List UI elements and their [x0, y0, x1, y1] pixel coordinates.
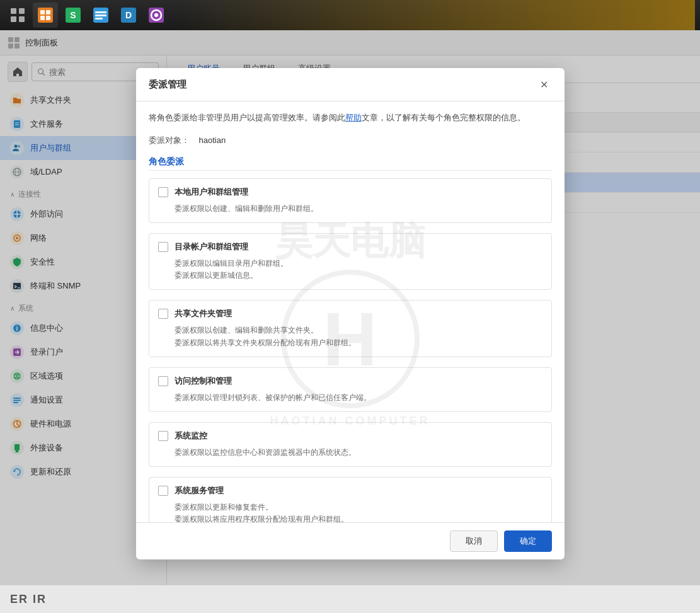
role-shared-folder: 共享文件夹管理 委派权限以创建、编辑和删除共享文件夹。 委派权限以将共享文件夹权…	[149, 300, 552, 357]
role-desc-shared-folder: 委派权限以创建、编辑和删除共享文件夹。 委派权限以将共享文件夹权限分配给现有用户…	[175, 324, 542, 348]
cancel-button[interactable]: 取消	[450, 530, 498, 552]
dialog-footer: 取消 确定	[136, 522, 565, 559]
taskbar-icon-app1[interactable]	[33, 3, 58, 28]
svg-rect-3	[19, 16, 25, 22]
svg-rect-0	[11, 8, 16, 14]
taskbar-icon-grid[interactable]	[5, 3, 30, 28]
role-desc-access-control: 委派权限以管理封锁列表、被保护的帐户和已信任客户端。	[175, 392, 542, 404]
taskbar-icon-app5[interactable]	[144, 3, 169, 28]
svg-rect-6	[46, 10, 50, 14]
svg-rect-13	[95, 14, 106, 16]
checkbox-dir-user-group[interactable]	[158, 242, 168, 252]
svg-rect-14	[95, 18, 103, 20]
role-system-monitor: 系统监控 委派权限以监控信息中心和资源监视器中的系统状态。	[149, 422, 552, 467]
checkbox-access-control[interactable]	[158, 376, 168, 386]
svg-rect-19	[154, 13, 158, 17]
taskbar: S D	[0, 0, 700, 30]
delegate-target-label: 委派对象：	[149, 135, 199, 146]
role-desc-system-service: 委派权限以更新和修复套件。 委派权限以将应用程序权限分配给现有用户和群组。	[175, 501, 542, 522]
taskbar-icon-app2[interactable]: S	[60, 3, 86, 28]
dialog-header: 委派管理 ✕	[136, 68, 565, 101]
role-name-dir-user-group: 目录帐户和群组管理	[175, 241, 248, 253]
dialog-title: 委派管理	[149, 79, 186, 91]
svg-rect-2	[11, 16, 16, 22]
roles-section-title: 角色委派	[149, 156, 552, 171]
bottom-bar: ER IR	[0, 585, 700, 613]
svg-rect-4	[38, 8, 53, 23]
delegate-target-row: 委派对象： haotian	[149, 135, 552, 146]
checkbox-local-user-group[interactable]	[158, 187, 168, 197]
svg-rect-5	[40, 10, 45, 14]
role-name-system-monitor: 系统监控	[175, 430, 207, 442]
dialog-body: 将角色委派给非管理员用户以提高管理效率。请参阅此帮助文章，以了解有关每个角色完整…	[136, 101, 565, 522]
role-name-local-user-group: 本地用户和群组管理	[175, 186, 248, 198]
role-desc-local-user-group: 委派权限以创建、编辑和删除用户和群组。	[175, 203, 542, 215]
role-access-control: 访问控制和管理 委派权限以管理封锁列表、被保护的帐户和已信任客户端。	[149, 367, 552, 412]
checkbox-system-service[interactable]	[158, 486, 168, 496]
help-link[interactable]: 帮助	[345, 113, 362, 122]
confirm-button[interactable]: 确定	[504, 530, 552, 552]
delegate-target-value: haotian	[199, 135, 226, 145]
svg-rect-7	[40, 16, 45, 20]
checkbox-system-monitor[interactable]	[158, 431, 168, 441]
role-system-service: 系统服务管理 委派权限以更新和修复套件。 委派权限以将应用程序权限分配给现有用户…	[149, 477, 552, 522]
modal-backdrop: 委派管理 ✕ 将角色委派给非管理员用户以提高管理效率。请参阅此帮助文章，以了解有…	[0, 30, 700, 613]
role-dir-user-group: 目录帐户和群组管理 委派权限以编辑目录用户和群组。 委派权限以更新城信息。	[149, 233, 552, 290]
checkbox-shared-folder[interactable]	[158, 309, 168, 319]
delegate-dialog: 委派管理 ✕ 将角色委派给非管理员用户以提高管理效率。请参阅此帮助文章，以了解有…	[136, 68, 565, 559]
bottom-bar-text: ER IR	[10, 593, 47, 606]
dialog-close-button[interactable]: ✕	[537, 77, 552, 92]
svg-text:D: D	[125, 10, 132, 20]
taskbar-icon-app4[interactable]: D	[116, 3, 141, 28]
role-desc-system-monitor: 委派权限以监控信息中心和资源监视器中的系统状态。	[175, 447, 542, 459]
role-name-access-control: 访问控制和管理	[175, 375, 232, 387]
dialog-description: 将角色委派给非管理员用户以提高管理效率。请参阅此帮助文章，以了解有关每个角色完整…	[149, 112, 552, 125]
svg-rect-8	[46, 16, 50, 20]
role-name-system-service: 系统服务管理	[175, 485, 224, 496]
taskbar-icon-app3[interactable]	[88, 3, 113, 28]
role-name-shared-folder: 共享文件夹管理	[175, 308, 232, 319]
role-local-user-group: 本地用户和群组管理 委派权限以创建、编辑和删除用户和群组。	[149, 178, 552, 223]
svg-rect-1	[19, 8, 25, 14]
svg-text:S: S	[70, 10, 76, 20]
svg-rect-12	[95, 11, 106, 13]
role-desc-dir-user-group: 委派权限以编辑目录用户和群组。 委派权限以更新城信息。	[175, 258, 542, 282]
